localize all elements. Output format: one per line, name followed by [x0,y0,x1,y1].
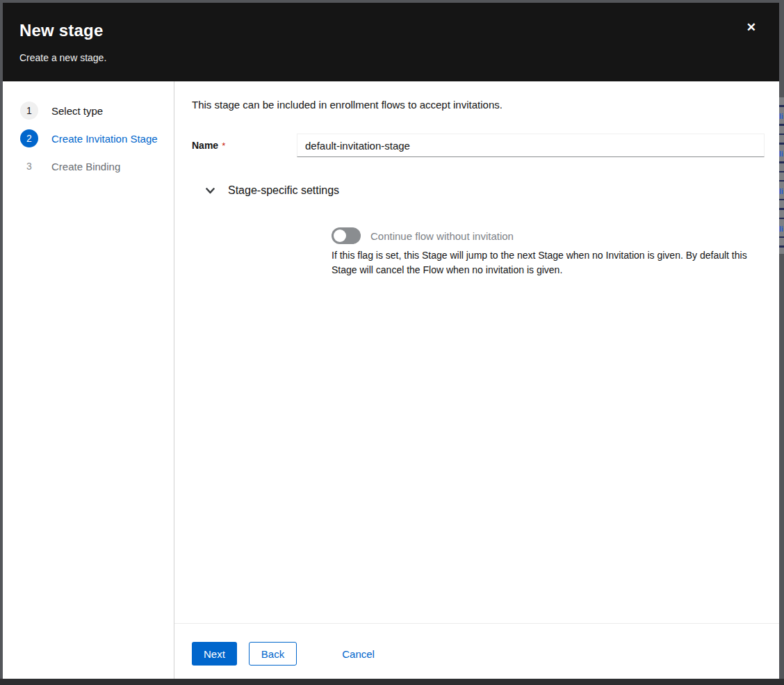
clipped-link-fragment: li [779,111,784,121]
toggle-knob [334,229,346,242]
expander-label: Stage-specific settings [228,184,339,197]
wizard-step-nav: 1 Select type 2 Create Invitation Stage … [3,81,174,679]
back-button[interactable]: Back [249,642,297,666]
continue-flow-switch-row: Continue flow without invitation [332,227,749,244]
step-label: Select type [51,105,103,117]
new-stage-modal: New stage Create a new stage. ✕ 1 Select… [3,3,779,679]
screenshot-frame: New stage Create a new stage. ✕ 1 Select… [0,0,784,685]
step-number-badge: 1 [20,102,38,120]
close-icon[interactable]: ✕ [746,21,756,35]
wizard-step-select-type[interactable]: 1 Select type [20,97,174,124]
name-field-row: Name* [192,134,765,157]
modal-title: New stage [19,19,762,42]
modal-body: 1 Select type 2 Create Invitation Stage … [3,81,779,679]
wizard-main-panel: This stage can be included in enrollment… [174,81,779,679]
step-label: Create Invitation Stage [51,133,158,145]
step-number-badge: 3 [20,157,38,175]
modal-subtitle: Create a new stage. [19,52,762,63]
required-asterisk: * [222,140,225,151]
chevron-down-icon [206,188,215,194]
screenshot-bottom-edge [0,679,784,685]
wizard-step-create-invitation-stage[interactable]: 2 Create Invitation Stage [20,124,174,152]
stage-form: This stage can be included in enrollment… [174,81,779,623]
continue-flow-label: Continue flow without invitation [370,230,514,242]
step-number-badge: 2 [20,129,38,147]
continue-flow-help-text: If this flag is set, this Stage will jum… [332,248,749,277]
step-label: Create Binding [51,161,120,172]
name-field-label: Name* [192,140,297,151]
clipped-link-fragment: li [779,224,784,234]
stage-description: This stage can be included in enrollment… [192,97,765,113]
clipped-link-fragment: li [779,186,784,196]
clipped-link-fragment: li [779,149,784,159]
continue-flow-toggle[interactable] [332,227,361,244]
continue-flow-field: Continue flow without invitation If this… [332,227,749,277]
wizard-step-create-binding: 3 Create Binding [20,152,174,180]
next-button[interactable]: Next [192,642,237,666]
modal-header: New stage Create a new stage. ✕ [3,3,779,81]
stage-specific-settings-expander[interactable]: Stage-specific settings [206,184,339,197]
background-page-edge-fragments: li li li li [779,97,784,254]
name-input[interactable] [297,134,765,157]
cancel-button[interactable]: Cancel [342,642,375,666]
wizard-footer: Next Back Cancel [174,623,779,679]
